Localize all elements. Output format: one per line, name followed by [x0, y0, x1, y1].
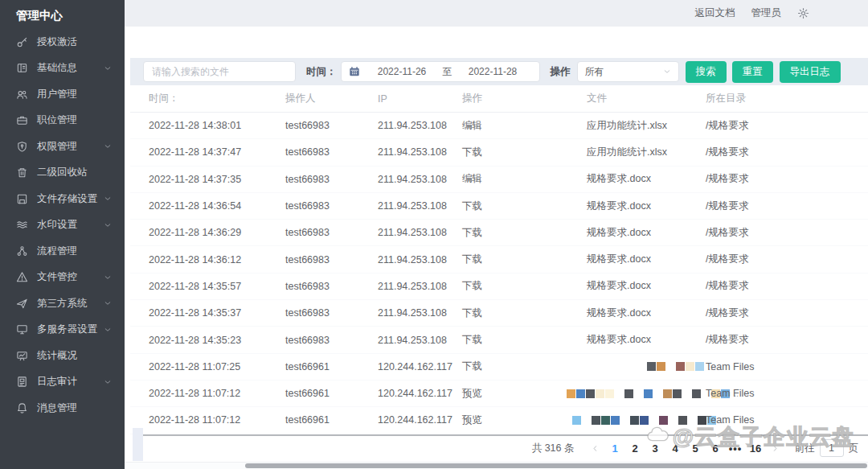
time-filter-label: 时间： [306, 65, 337, 79]
table-header-row: 时间： 操作人 IP 操作 文件 所在目录 [130, 85, 868, 113]
cell-file: 规格要求.docx [587, 226, 706, 240]
page-number-16[interactable]: 16 [746, 442, 766, 455]
sidebar-item-message-management[interactable]: 消息管理 [0, 395, 125, 422]
chevron-down-icon [104, 64, 112, 72]
censored-filename-mosaic [572, 416, 716, 425]
cell-time: 2022-11-28 11:07:12 [149, 414, 285, 426]
sidebar-item-license-activation[interactable]: 授权激活 [0, 29, 125, 56]
table-row[interactable]: 2022-11-28 14:35:23test66983211.94.253.1… [130, 327, 868, 353]
table-row[interactable]: 2022-11-28 14:36:29test66983211.94.253.1… [130, 220, 868, 246]
cell-directory: /规格要求 [706, 333, 868, 347]
sidebar-item-workflow-management[interactable]: 流程管理 [0, 238, 125, 265]
table-row[interactable]: 2022-11-28 14:35:37test66983211.94.253.1… [130, 300, 868, 327]
cell-directory: /规格要求 [706, 226, 868, 240]
export-log-button[interactable]: 导出日志 [780, 61, 841, 83]
cell-file: 应用功能统计.xlsx [587, 146, 706, 159]
table-row[interactable]: 2022-11-28 14:35:57test66983211.94.253.1… [130, 274, 868, 300]
cell-directory: /规格要求 [706, 200, 868, 213]
sidebar-item-multi-server-settings[interactable]: 多服务器设置 [0, 317, 125, 344]
table-row[interactable]: 2022-11-28 11:07:25test66961120.244.162.… [130, 354, 868, 381]
col-header-ip: IP [378, 93, 462, 105]
cell-action: 下载 [462, 306, 587, 320]
table-row[interactable]: 2022-11-28 14:38:01test66983211.94.253.1… [130, 113, 868, 139]
page-number-5[interactable]: 5 [686, 442, 706, 455]
col-header-action: 操作 [462, 92, 587, 105]
sidebar-item-third-party-system[interactable]: 第三方系统 [0, 290, 125, 317]
chevron-down-icon [104, 299, 112, 307]
cell-operator: test66983 [285, 254, 378, 265]
date-start-value[interactable]: 2022-11-26 [363, 66, 441, 77]
cell-ip: 211.94.253.108 [378, 146, 462, 158]
sidebar-item-label: 职位管理 [37, 113, 77, 127]
search-input[interactable] [143, 61, 296, 82]
sidebar-item-label: 权限管理 [37, 140, 77, 154]
cell-operator: test66983 [285, 307, 378, 319]
admin-link[interactable]: 管理员 [751, 6, 782, 20]
sidebar-item-file-control[interactable]: 文件管控 [0, 265, 125, 291]
watermark-waves-icon [16, 219, 28, 231]
prev-page-button[interactable] [586, 444, 605, 453]
sidebar-item-secondary-recycle-bin[interactable]: 二级回收站 [0, 160, 125, 187]
sidebar-item-label: 水印设置 [37, 218, 77, 232]
action-select-value: 所有 [585, 65, 604, 79]
page-number-4[interactable]: 4 [665, 442, 686, 455]
cell-action: 下载 [462, 253, 587, 266]
cell-file: 规格要求.docx [587, 172, 706, 186]
pagination-ellipsis[interactable]: ••• [726, 442, 746, 455]
table-row[interactable]: 2022-11-28 14:37:35test66983211.94.253.1… [130, 167, 868, 193]
cell-directory: /规格要求 [706, 253, 868, 266]
cell-time: 2022-11-28 11:07:12 [149, 388, 285, 399]
cell-action: 下载 [462, 200, 587, 213]
table-row[interactable]: 2022-11-28 14:36:54test66983211.94.253.1… [130, 193, 868, 220]
col-header-directory: 所在目录 [706, 92, 868, 105]
log-table: 时间： 操作人 IP 操作 文件 所在目录 2022-11-28 14:38:0… [130, 85, 868, 434]
cell-directory: /规格要求 [706, 306, 868, 320]
cell-time: 2022-11-28 14:35:23 [149, 335, 285, 346]
action-select[interactable]: 所有 [577, 61, 679, 82]
cell-operator: test66961 [285, 414, 378, 426]
sidebar-item-file-storage-settings[interactable]: 文件存储设置 [0, 186, 125, 212]
bell-icon [16, 402, 28, 414]
sidebar-item-permission-management[interactable]: 权限管理 [0, 134, 125, 160]
date-end-value[interactable]: 2022-11-28 [454, 66, 532, 77]
cell-time: 2022-11-28 14:37:35 [149, 174, 285, 185]
flow-icon [16, 245, 28, 257]
back-to-docs-link[interactable]: 返回文档 [695, 6, 735, 20]
table-row[interactable]: 2022-11-28 14:37:47test66983211.94.253.1… [130, 139, 868, 166]
cell-directory: /规格要求 [706, 119, 868, 133]
table-row[interactable]: 2022-11-28 14:36:12test66983211.94.253.1… [130, 246, 868, 273]
log-doc-icon [16, 376, 28, 388]
sidebar-item-user-management[interactable]: 用户管理 [0, 81, 125, 108]
cell-action: 预览 [462, 413, 587, 427]
cell-directory: /规格要求 [706, 172, 868, 186]
chevron-down-icon [663, 68, 671, 76]
cell-ip: 211.94.253.108 [378, 174, 462, 185]
reset-button[interactable]: 重置 [732, 61, 773, 83]
sidebar-item-position-management[interactable]: 职位管理 [0, 108, 125, 134]
page-number-3[interactable]: 3 [645, 442, 665, 455]
page-number-2[interactable]: 2 [625, 442, 645, 455]
sidebar-item-watermark-settings[interactable]: 水印设置 [0, 212, 125, 239]
page-number-6[interactable]: 6 [706, 442, 726, 455]
sidebar-item-statistics-overview[interactable]: 统计概况 [0, 343, 125, 369]
horizontal-scrollbar-thumb[interactable] [245, 463, 867, 468]
cell-file: 规格要求.docx [587, 279, 706, 293]
table-row[interactable]: 2022-11-28 11:07:12test66961120.244.162.… [130, 407, 868, 434]
page-unit-label: 页 [849, 442, 859, 455]
gear-icon[interactable] [797, 7, 809, 19]
cell-file: 规格要求.docx [587, 253, 706, 266]
search-button[interactable]: 搜索 [686, 61, 727, 83]
table-row[interactable]: 2022-11-28 11:07:12test66961120.244.162.… [130, 381, 868, 407]
sidebar-item-label: 文件管控 [37, 270, 77, 284]
chevron-down-icon [104, 142, 112, 150]
page-number-1[interactable]: 1 [605, 442, 625, 455]
next-page-button[interactable] [766, 444, 785, 453]
cell-directory: /规格要求 [706, 146, 868, 159]
date-range-picker[interactable]: 2022-11-26 至 2022-11-28 [341, 61, 540, 82]
sidebar-item-label: 授权激活 [37, 35, 77, 49]
sidebar-item-basic-info[interactable]: 基础信息 [0, 56, 125, 82]
sidebar-item-log-audit[interactable]: 日志审计 [0, 369, 125, 396]
goto-label: 前往 [795, 442, 815, 455]
goto-page-input[interactable] [820, 439, 844, 457]
cell-ip: 211.94.253.108 [378, 120, 462, 131]
